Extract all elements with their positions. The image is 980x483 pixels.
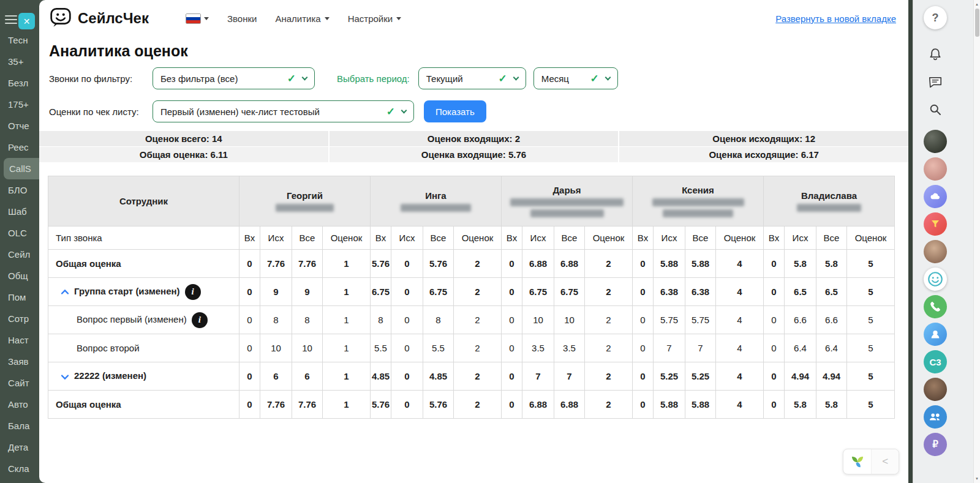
scroll-down-arrow[interactable]: ▼ xyxy=(974,476,980,482)
subheader-cell: Исх xyxy=(522,227,554,250)
ruble-icon[interactable]: ₽ xyxy=(924,433,947,456)
value-cell: 5.76 xyxy=(423,391,454,419)
value-cell: 6.5 xyxy=(785,278,816,306)
saleschek-logo-icon xyxy=(49,6,72,31)
value-cell: 6.4 xyxy=(816,334,847,362)
backdrop-gap xyxy=(908,0,913,483)
chevron-up-icon[interactable] xyxy=(61,286,69,297)
value-cell: 6.6 xyxy=(816,306,847,334)
c3-icon[interactable]: C3 xyxy=(924,350,947,373)
avatar-dark[interactable] xyxy=(924,130,947,153)
show-button[interactable]: Показать xyxy=(424,100,486,122)
nav-item-analytics[interactable]: Аналитика xyxy=(275,13,329,24)
value-cell: 5.8 xyxy=(785,250,816,278)
sidebar-item[interactable]: OLC xyxy=(0,222,39,244)
rail-scrollbar[interactable]: ▲ ▼ xyxy=(973,0,980,483)
phone-icon[interactable] xyxy=(924,295,947,318)
value-cell: 6.88 xyxy=(554,250,585,278)
sidebar-item[interactable]: Пом xyxy=(0,286,39,308)
sidebar-item[interactable]: Тесн xyxy=(0,29,39,51)
sidebar-item[interactable]: Сейл xyxy=(0,244,39,265)
sidebar-item[interactable]: Шаб xyxy=(0,201,39,222)
row-label-cell: Вопрос первый (изменен)i xyxy=(48,306,239,334)
sidebar-item[interactable]: Общ xyxy=(0,265,39,286)
saleschek-icon[interactable] xyxy=(924,268,947,291)
sidebar-item[interactable]: CallS xyxy=(4,158,39,179)
period-select[interactable]: Текущий ✓ xyxy=(418,67,526,89)
sidebar-item[interactable]: 175+ xyxy=(0,94,39,115)
sidebar-item[interactable]: Безл xyxy=(0,72,39,94)
value-cell: 5.76 xyxy=(423,250,454,278)
feedback-icon[interactable] xyxy=(924,70,947,94)
employee-col-header: Сотрудник xyxy=(48,176,239,227)
calls-filter-select[interactable]: Без фильтра (все) ✓ xyxy=(153,67,315,89)
nav-item-calls[interactable]: Звонки xyxy=(227,13,257,24)
avatar-blue[interactable] xyxy=(924,323,947,346)
logo[interactable]: СейлсЧек xyxy=(49,6,149,31)
nav-item-settings[interactable]: Настройки xyxy=(348,13,402,24)
scroll-up-arrow[interactable]: ▲ xyxy=(974,1,980,7)
left-sidebar-items: Тесн35+Безл175+ОтчеРеесCallSБЛОШабOLCСей… xyxy=(0,29,39,479)
sidebar-item[interactable]: 35+ xyxy=(0,51,39,72)
chevron-down-icon xyxy=(396,17,401,20)
period-unit-select[interactable]: Месяц ✓ xyxy=(533,67,618,89)
sidebar-item[interactable]: Сайт xyxy=(0,372,39,394)
value-cell: 0 xyxy=(633,306,654,334)
chevron-down-icon[interactable] xyxy=(61,372,69,382)
group-icon[interactable] xyxy=(924,405,947,429)
info-icon[interactable]: i xyxy=(185,284,201,300)
value-cell: 6 xyxy=(260,362,292,391)
chevron-down-icon xyxy=(302,75,308,81)
sidebar-item[interactable]: Скла xyxy=(0,458,39,479)
sidebar-item[interactable]: Авто xyxy=(0,394,39,415)
expand-link[interactable]: Развернуть в новой вкладке xyxy=(775,13,896,24)
sidebar-item[interactable]: Сотр xyxy=(0,308,39,329)
checklist-select[interactable]: Первый (изменен) чек-лист тестовый ✓ xyxy=(153,100,414,122)
value-cell: 4 xyxy=(716,391,764,419)
filter-row-2: Оценки по чек листу: Первый (изменен) че… xyxy=(49,100,908,122)
sidebar-item[interactable]: Отче xyxy=(0,115,39,137)
sidebar-item[interactable]: БЛО xyxy=(0,179,39,201)
chevron-down-icon xyxy=(204,17,209,20)
info-icon[interactable]: i xyxy=(192,312,208,328)
menu-icon[interactable] xyxy=(5,15,17,26)
language-select[interactable] xyxy=(186,13,209,24)
sidebar-item[interactable]: Заяв xyxy=(0,351,39,372)
help-icon[interactable]: ? xyxy=(924,6,947,29)
sidebar-item[interactable]: Дета xyxy=(0,436,39,458)
value-cell: 7 xyxy=(522,362,554,391)
summary-cell: Оценка входящие: 5.76 xyxy=(330,147,619,162)
employee-header-row: СотрудникГеоргийИнгаДарьяКсенияВладислав… xyxy=(48,176,895,227)
avatar-funnel[interactable] xyxy=(924,212,947,236)
avatar-pink[interactable] xyxy=(924,157,947,181)
notifications-icon[interactable] xyxy=(924,43,947,66)
value-cell: 5 xyxy=(847,391,895,419)
sidebar-item[interactable]: Бала xyxy=(0,415,39,436)
subheader-cell: Вх xyxy=(239,227,260,250)
value-cell: 6.38 xyxy=(685,278,716,306)
chevron-down-icon xyxy=(605,75,611,81)
value-cell: 5 xyxy=(847,278,895,306)
search-icon[interactable] xyxy=(924,98,947,121)
value-cell: 0 xyxy=(239,278,260,306)
subheader-cell: Исх xyxy=(260,227,292,250)
close-modal-button[interactable]: ✕ xyxy=(18,13,35,29)
sidebar-item[interactable]: Наст xyxy=(0,329,39,351)
value-cell: 7 xyxy=(654,334,685,362)
avatar-woman[interactable] xyxy=(924,240,947,263)
employee-name: Георгий xyxy=(287,190,323,201)
right-rail-icons: ?C3₽ xyxy=(922,6,949,460)
avatar-brown[interactable] xyxy=(924,378,947,401)
collapse-button[interactable]: < xyxy=(871,449,899,474)
value-cell: 4.94 xyxy=(785,362,816,391)
widget-logo-button[interactable] xyxy=(843,449,871,474)
value-cell: 5.8 xyxy=(816,391,847,419)
row-label-cell: Группа старт (изменен)i xyxy=(48,278,239,306)
page-title: Аналитика оценок xyxy=(49,42,908,60)
value-cell: 4 xyxy=(716,306,764,334)
sidebar-item[interactable]: Реес xyxy=(0,137,39,158)
scrollbar-thumb[interactable] xyxy=(975,9,979,37)
avatar-cloud[interactable] xyxy=(924,185,947,208)
value-cell: 0 xyxy=(764,391,785,419)
value-cell: 0 xyxy=(391,334,423,362)
